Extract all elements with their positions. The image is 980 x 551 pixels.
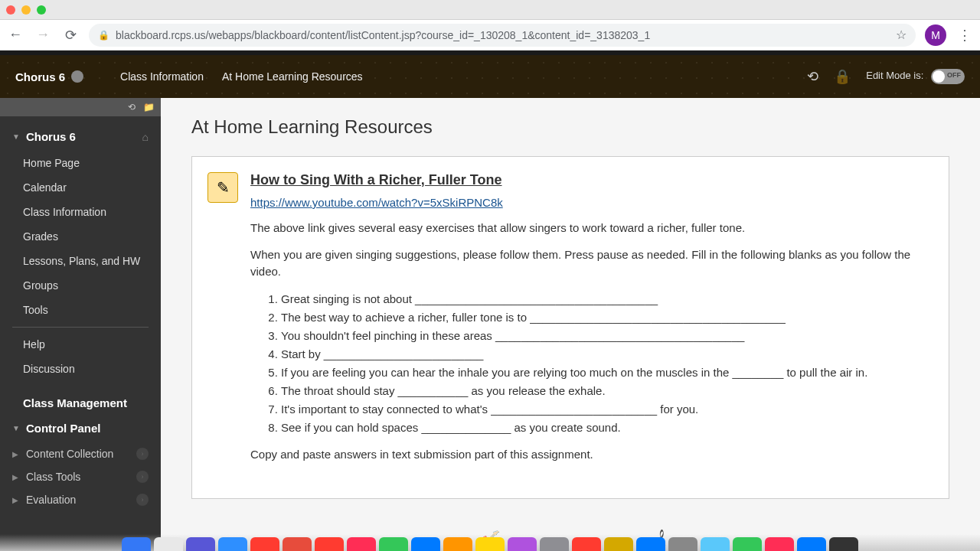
url-text: blackboard.rcps.us/webapps/blackboard/co… [116,29,890,41]
sidebar-item[interactable]: Lessons, Plans, and HW [0,249,161,273]
sidebar-item[interactable]: Grades [0,224,161,249]
list-item: The best way to achieve a richer, fuller… [281,308,933,327]
list-item: It's important to stay connected to what… [281,400,933,419]
browser-menu-button[interactable]: ⋮ [956,27,974,44]
home-icon[interactable]: ⌂ [142,131,149,143]
forward-button[interactable]: → [34,26,52,44]
sidebar: ⟲ 📁 ▼ Chorus 6 ⌂ Home PageCalendarClass … [0,98,161,551]
list-item: If you are feeling you can hear the inha… [281,364,933,382]
list-item: You shouldn't feel pinching in these are… [281,327,933,345]
dock-app[interactable] [250,537,279,551]
content-paragraph: When you are given singing suggestions, … [250,246,933,281]
lock-icon[interactable]: 🔒 [834,68,851,85]
class-management-header[interactable]: Class Management [0,387,161,419]
edit-mode-label: Edit Mode is: OFF [866,69,965,84]
refresh-sidebar-icon[interactable]: ⟲ [128,102,136,112]
chevron-down-icon: ▼ [12,424,20,432]
header-right-icons: ⟲ 🔒 Edit Mode is: OFF [807,68,965,85]
content-paragraph: Copy and paste answers in text submissio… [250,446,933,464]
dock-app[interactable] [443,537,472,551]
dock-app[interactable] [508,537,537,551]
new-tab-button[interactable]: + [243,0,265,1]
course-header: Chorus 6 Class Information At Home Learn… [0,55,980,98]
panel-item[interactable]: ▶Evaluation› [0,488,161,511]
course-menu-header[interactable]: ▼ Chorus 6 ⌂ [0,122,161,151]
sidebar-item[interactable]: Tools [0,298,161,322]
sidebar-item[interactable]: Calendar [0,175,161,200]
dock-app[interactable] [218,537,247,551]
chevron-right-icon: ▶ [12,450,23,458]
control-panel-header[interactable]: ▼ Control Panel [0,419,161,442]
expand-icon[interactable]: › [136,471,149,483]
back-button[interactable]: ← [6,26,24,44]
dock-app[interactable] [122,537,151,551]
dock-app[interactable] [315,537,344,551]
breadcrumb-link[interactable]: At Home Learning Resources [222,70,363,83]
content-area: At Home Learning Resources ✎ How to Sing… [161,98,980,551]
minimize-window-button[interactable] [21,5,31,15]
mac-titlebar: Bb At Home Learning Resources – × + [0,0,980,20]
dock-app[interactable] [701,537,730,551]
list-item: Great singing is not about _____________… [281,290,933,308]
course-dropdown-icon[interactable] [71,70,83,83]
dock-app[interactable] [379,537,408,551]
close-window-button[interactable] [6,5,15,15]
panel-item[interactable]: ▶Class Tools› [0,465,161,488]
sidebar-toolbar: ⟲ 📁 [0,98,161,116]
panel-item[interactable]: ▶Content Collection› [0,442,161,465]
chevron-down-icon: ▼ [12,132,20,141]
course-name: Chorus 6 [15,70,65,83]
bb-topbar [0,51,980,55]
macos-dock [0,534,980,551]
main-area: ⟲ 📁 ▼ Chorus 6 ⌂ Home PageCalendarClass … [0,98,980,551]
lock-icon: 🔒 [98,30,109,41]
content-list: Great singing is not about _____________… [281,290,933,437]
reload-button[interactable]: ⟳ [61,26,80,44]
browser-toolbar: ← → ⟳ 🔒 blackboard.rcps.us/webapps/black… [0,20,980,51]
menu-divider [12,327,149,328]
sidebar-item[interactable]: Groups [0,273,161,298]
list-item: The throat should stay ___________ as yo… [281,382,933,400]
maximize-window-button[interactable] [37,5,46,15]
list-item: See if you can hold spaces _____________… [281,419,933,437]
page-title: At Home Learning Resources [191,116,949,138]
sidebar-item[interactable]: Help [0,332,161,357]
dock-app[interactable] [797,537,826,551]
list-item: Start by _________________________ [281,345,933,364]
address-bar[interactable]: 🔒 blackboard.rcps.us/webapps/blackboard/… [89,24,916,47]
sidebar-item[interactable]: Class Information [0,200,161,224]
folder-icon[interactable]: 📁 [143,102,155,112]
dock-app[interactable] [765,537,794,551]
refresh-icon[interactable]: ⟲ [807,68,818,85]
content-paragraph: The above link gives several easy exerci… [250,220,933,237]
dock-app[interactable] [540,537,569,551]
dock-app[interactable] [475,537,505,551]
chevron-right-icon: ▶ [12,496,23,504]
dock-app[interactable] [283,537,312,551]
traffic-lights [6,5,46,15]
expand-icon[interactable]: › [136,448,149,460]
bookmark-star-icon[interactable]: ☆ [896,28,906,42]
dock-app[interactable] [636,537,665,551]
assignment-icon: ✎ [207,172,238,203]
sidebar-item[interactable]: Home Page [0,151,161,175]
dock-app[interactable] [668,537,697,551]
sidebar-item[interactable]: Discussion [0,357,161,381]
course-menu: ▼ Chorus 6 ⌂ Home PageCalendarClass Info… [0,116,161,387]
dock-app[interactable] [154,537,183,551]
chevron-right-icon: ▶ [12,473,23,481]
dock-app[interactable] [186,537,215,551]
content-item: ✎ How to Sing With a Richer, Fuller Tone… [191,156,949,499]
dock-app[interactable] [604,537,633,551]
dock-app[interactable] [572,537,601,551]
profile-avatar[interactable]: M [925,24,946,46]
content-item-link[interactable]: https://www.youtube.com/watch?v=5xSkiRPN… [250,196,933,209]
expand-icon[interactable]: › [136,494,149,506]
dock-app[interactable] [411,537,440,551]
dock-app[interactable] [829,537,858,551]
content-item-title[interactable]: How to Sing With a Richer, Fuller Tone [250,172,933,188]
breadcrumb-link[interactable]: Class Information [120,70,204,83]
edit-mode-toggle[interactable]: OFF [931,69,965,84]
dock-app[interactable] [733,537,762,551]
dock-app[interactable] [347,537,376,551]
